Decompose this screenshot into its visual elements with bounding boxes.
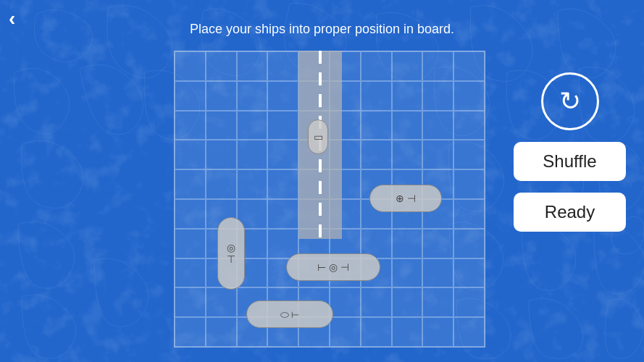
board-cell[interactable] xyxy=(361,51,392,81)
instruction-text: Place your ships into proper position in… xyxy=(190,22,454,37)
board-cell[interactable] xyxy=(422,81,453,111)
board-cell[interactable] xyxy=(453,51,485,81)
game-board: ▭ ⊕ ⊣ ◎⊤ ⊢ ◎ ⊣ ⬭ ⊢ xyxy=(174,51,485,348)
board-cell[interactable] xyxy=(267,81,298,111)
board-cell[interactable] xyxy=(392,140,423,169)
board-cell[interactable] xyxy=(175,258,206,288)
board-cell[interactable] xyxy=(175,229,206,258)
board-cell[interactable] xyxy=(206,317,237,347)
rotate-icon: ↻ xyxy=(559,86,581,117)
board-cell[interactable] xyxy=(267,199,298,229)
shuffle-button[interactable]: Shuffle xyxy=(514,142,626,181)
board-cell[interactable] xyxy=(392,111,423,140)
board-cell[interactable] xyxy=(422,51,453,81)
board-cell[interactable] xyxy=(237,81,268,111)
board-cell[interactable] xyxy=(267,140,298,169)
board-cell[interactable] xyxy=(422,111,453,140)
back-button[interactable]: ‹ xyxy=(9,9,15,29)
ship-3-icon: ◎⊤ xyxy=(227,242,235,265)
ship-3[interactable]: ◎⊤ xyxy=(217,217,245,290)
ship-5-icon: ⬭ ⊢ xyxy=(280,308,300,321)
ready-button[interactable]: Ready xyxy=(514,193,626,232)
board-cell[interactable] xyxy=(206,287,237,317)
board-cell[interactable] xyxy=(453,199,485,229)
board-cell[interactable] xyxy=(175,199,206,229)
board-cell[interactable] xyxy=(267,51,298,81)
board-cell[interactable] xyxy=(206,140,237,169)
board-cell[interactable] xyxy=(453,317,485,347)
board-cell[interactable] xyxy=(175,287,206,317)
board-cell[interactable] xyxy=(392,51,423,81)
board-cell[interactable] xyxy=(453,258,485,288)
board-cell[interactable] xyxy=(453,287,485,317)
board-cell[interactable] xyxy=(422,229,453,258)
board-cell[interactable] xyxy=(267,169,298,199)
board-cell[interactable] xyxy=(237,111,268,140)
ship-4[interactable]: ⊢ ◎ ⊣ xyxy=(286,253,380,281)
board-cell[interactable] xyxy=(453,140,485,169)
ship-1-icon: ▭ xyxy=(314,131,323,143)
rotate-button[interactable]: ↻ xyxy=(541,72,599,130)
ship-2[interactable]: ⊕ ⊣ xyxy=(369,185,442,212)
board-cell[interactable] xyxy=(206,111,237,140)
board-cell[interactable] xyxy=(206,169,237,199)
board-cell[interactable] xyxy=(392,229,423,258)
board-cell[interactable] xyxy=(175,169,206,199)
board-cell[interactable] xyxy=(206,51,237,81)
board-cell[interactable] xyxy=(237,169,268,199)
board-cell[interactable] xyxy=(361,140,392,169)
ship-2-icon: ⊕ ⊣ xyxy=(396,193,416,204)
board-cell[interactable] xyxy=(175,51,206,81)
board-cell[interactable] xyxy=(392,317,423,347)
ship-4-icon: ⊢ ◎ ⊣ xyxy=(317,261,349,273)
board-cell[interactable] xyxy=(206,81,237,111)
board-cell[interactable] xyxy=(175,81,206,111)
board-cell[interactable] xyxy=(453,169,485,199)
board-cell[interactable] xyxy=(330,287,361,317)
board-cell[interactable] xyxy=(392,81,423,111)
board-cell[interactable] xyxy=(392,287,423,317)
board-cell[interactable] xyxy=(175,140,206,169)
board-cell[interactable] xyxy=(267,111,298,140)
board-cell[interactable] xyxy=(361,287,392,317)
right-panel: ↻ Shuffle Ready xyxy=(510,72,630,232)
ship-5[interactable]: ⬭ ⊢ xyxy=(246,300,333,328)
board-cell[interactable] xyxy=(422,258,453,288)
board-cell[interactable] xyxy=(453,81,485,111)
board-cell[interactable] xyxy=(237,51,268,81)
board-cell[interactable] xyxy=(361,317,392,347)
board-cell[interactable] xyxy=(175,317,206,347)
board-cell[interactable] xyxy=(392,258,423,288)
board-cell[interactable] xyxy=(453,229,485,258)
board-cell[interactable] xyxy=(422,317,453,347)
board-cell[interactable] xyxy=(175,111,206,140)
board-cell[interactable] xyxy=(330,317,361,347)
board-cell[interactable] xyxy=(422,140,453,169)
board-cell[interactable] xyxy=(361,81,392,111)
ship-1[interactable]: ▭ xyxy=(308,119,328,154)
board-cell[interactable] xyxy=(422,287,453,317)
board-cell[interactable] xyxy=(453,111,485,140)
board-cell[interactable] xyxy=(361,111,392,140)
board-cell[interactable] xyxy=(237,140,268,169)
